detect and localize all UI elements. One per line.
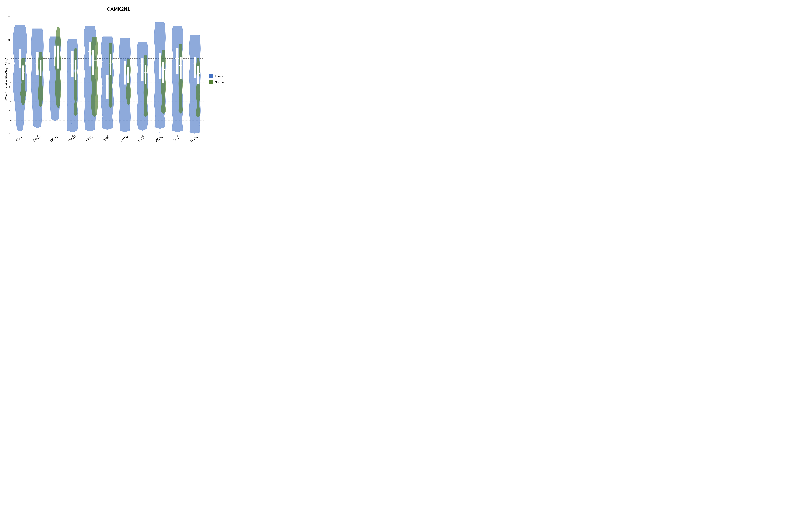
svg-rect-88 — [209, 74, 213, 78]
svg-rect-29 — [107, 131, 107, 132]
svg-text:PRAD: PRAD — [155, 134, 164, 143]
y-tick-labels: 14 12 10 8 6 4 — [4, 15, 10, 135]
svg-rect-44 — [159, 132, 160, 133]
plot-box: 14 12 10 8 6 4 — [11, 15, 204, 135]
violin-lusc-normal — [144, 55, 148, 117]
svg-text:KIRC: KIRC — [103, 135, 111, 142]
y-tick-4: 4 — [4, 132, 10, 135]
svg-rect-27 — [92, 50, 94, 75]
svg-rect-8 — [19, 49, 21, 68]
svg-text:KICH: KICH — [85, 135, 93, 142]
svg-rect-89 — [209, 80, 213, 84]
svg-rect-32 — [110, 54, 111, 75]
legend-tumor-label: Tumor — [215, 74, 223, 78]
y-tick-10: 10 — [4, 62, 10, 65]
svg-text:THCA: THCA — [172, 134, 181, 143]
svg-rect-21 — [71, 51, 73, 77]
violin-blca-tumor — [13, 25, 27, 131]
svg-text:UCEC: UCEC — [190, 134, 199, 143]
svg-text:BLCA: BLCA — [15, 134, 24, 142]
normal-swatch — [209, 80, 213, 84]
svg-rect-34 — [124, 120, 125, 121]
violin-plot-svg: BLCA BRCA COAD HNSC KICH KIRC LUAD LUSC … — [11, 15, 204, 135]
svg-rect-58 — [197, 66, 199, 83]
legend-normal: Normal — [209, 80, 229, 84]
legend-normal-label: Normal — [215, 80, 224, 84]
y-tick-6: 6 — [4, 109, 10, 112]
violin-kich-normal — [91, 37, 98, 117]
chart-title: CAMK2N1 — [4, 3, 233, 13]
svg-rect-35 — [124, 61, 126, 84]
svg-rect-23 — [75, 60, 77, 80]
svg-text:HNSC: HNSC — [67, 134, 77, 143]
svg-rect-53 — [180, 57, 181, 78]
svg-rect-47 — [162, 62, 164, 82]
y-tick-8: 8 — [4, 86, 10, 88]
svg-text:COAD: COAD — [50, 134, 59, 143]
svg-rect-12 — [36, 52, 38, 75]
svg-text:LUAD: LUAD — [120, 134, 129, 142]
violin-ucec-normal — [196, 58, 200, 117]
tumor-swatch — [209, 74, 213, 78]
svg-rect-45 — [159, 53, 161, 78]
svg-rect-18 — [57, 46, 59, 68]
violin-prad-normal — [161, 50, 166, 114]
legend-tumor: Tumor — [209, 74, 229, 78]
svg-rect-30 — [106, 75, 108, 99]
svg-rect-42 — [145, 65, 146, 84]
svg-rect-20 — [71, 123, 71, 123]
svg-rect-49 — [177, 120, 177, 120]
chart-container: CAMK2N1 mRNA Expression (RNASeq V2, log2… — [4, 3, 233, 145]
svg-rect-25 — [89, 42, 91, 66]
chart-inner: 14 12 10 8 6 4 — [9, 13, 233, 145]
violin-kirc-normal — [109, 43, 112, 108]
svg-text:LUSC: LUSC — [137, 134, 146, 142]
legend-box: Tumor Normal — [206, 13, 233, 145]
y-tick-12: 12 — [4, 39, 10, 41]
y-tick-14: 14 — [4, 15, 10, 18]
plot-and-legend: 14 12 10 8 6 4 — [9, 13, 233, 145]
violin-coad-normal — [55, 27, 61, 109]
svg-rect-56 — [194, 57, 196, 78]
svg-rect-39 — [142, 117, 142, 118]
svg-rect-52 — [180, 31, 181, 31]
svg-rect-40 — [141, 58, 144, 81]
svg-rect-55 — [194, 133, 195, 133]
svg-text:BRCA: BRCA — [32, 134, 42, 142]
chart-area: mRNA Expression (RNASeq V2, log2) 14 12 … — [4, 13, 233, 145]
svg-rect-50 — [176, 48, 179, 74]
